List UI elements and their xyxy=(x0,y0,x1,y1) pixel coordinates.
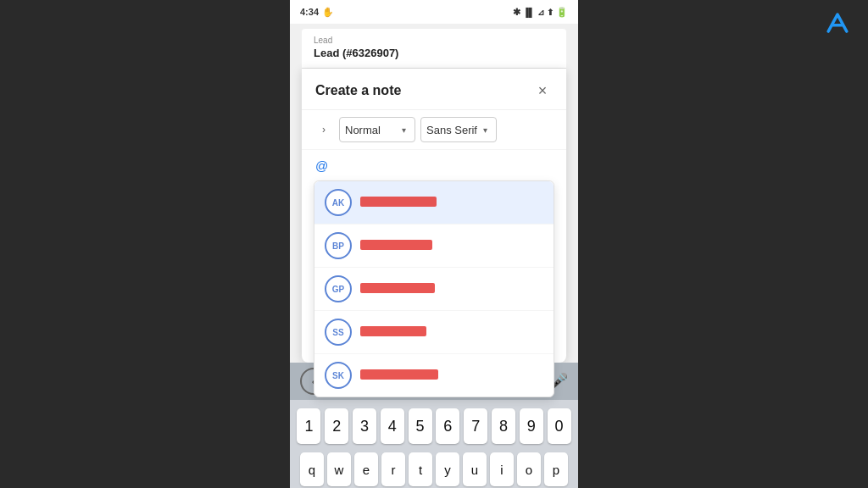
phone-screen: 4:34 ✋ ✱ ▐▌ ⊿ ⬆ 🔋 Lead Lead (#6326907) C… xyxy=(290,0,578,488)
key-r[interactable]: r xyxy=(381,452,405,486)
key-u[interactable]: u xyxy=(463,452,487,486)
key-w[interactable]: w xyxy=(327,452,351,486)
close-button[interactable]: × xyxy=(532,80,553,101)
avatar-gp: GP xyxy=(325,275,352,302)
mention-item[interactable]: GP xyxy=(314,268,554,311)
avatar-ak: AK xyxy=(325,189,352,216)
mention-name-gp xyxy=(360,283,435,296)
keyboard-letters-row: q w e r t y u i o p xyxy=(290,449,578,488)
mention-item[interactable]: SS xyxy=(314,311,554,354)
key-3[interactable]: 3 xyxy=(353,408,376,444)
chevron-right-icon: › xyxy=(322,124,326,136)
bluetooth-icon: ✱ xyxy=(513,7,520,18)
toolbar-expand-button[interactable]: › xyxy=(314,118,334,141)
key-6[interactable]: 6 xyxy=(436,408,459,444)
app-logo xyxy=(822,8,853,42)
formatting-toolbar: › Normal ▾ Sans Serif ▾ xyxy=(302,110,566,150)
status-bar: 4:34 ✋ ✱ ▐▌ ⊿ ⬆ 🔋 xyxy=(290,0,578,24)
key-8[interactable]: 8 xyxy=(492,408,515,444)
lead-header: Lead Lead (#6326907) xyxy=(302,29,566,69)
key-0[interactable]: 0 xyxy=(548,408,571,444)
mention-name-ss xyxy=(360,326,426,339)
lead-label: Lead xyxy=(314,36,554,45)
key-4[interactable]: 4 xyxy=(381,408,404,444)
modal-title: Create a note xyxy=(315,83,401,98)
create-note-modal: Create a note × › Normal ▾ Sans Serif ▾ xyxy=(302,69,566,363)
wifi-icon: ⊿ xyxy=(537,8,544,17)
avatar-ss: SS xyxy=(325,319,352,346)
key-y[interactable]: y xyxy=(436,452,459,486)
at-symbol: @ xyxy=(315,158,328,173)
mention-name-sk xyxy=(360,369,438,382)
key-2[interactable]: 2 xyxy=(325,408,348,444)
key-t[interactable]: t xyxy=(409,452,432,486)
note-input-area[interactable]: @ AK BP xyxy=(302,150,566,311)
hand-icon: ✋ xyxy=(322,7,334,18)
style-select[interactable]: Normal ▾ xyxy=(339,117,415,142)
font-select-value: Sans Serif xyxy=(426,124,477,136)
key-p[interactable]: p xyxy=(544,452,568,486)
screen-background: 4:34 ✋ ✱ ▐▌ ⊿ ⬆ 🔋 Lead Lead (#6326907) C… xyxy=(0,0,868,488)
redacted-name xyxy=(360,369,438,380)
avatar-bp: BP xyxy=(325,232,352,259)
keyboard-number-row: 1 2 3 4 5 6 7 8 9 0 xyxy=(290,400,578,449)
mention-name-ak xyxy=(360,197,437,209)
lead-value: Lead (#6326907) xyxy=(314,47,554,59)
time-display: 4:34 xyxy=(300,7,319,17)
status-time: 4:34 ✋ xyxy=(300,7,334,18)
key-9[interactable]: 9 xyxy=(520,408,543,444)
font-dropdown-arrow: ▾ xyxy=(483,125,487,135)
key-i[interactable]: i xyxy=(490,452,514,486)
style-dropdown-arrow: ▾ xyxy=(402,125,406,135)
key-q[interactable]: q xyxy=(300,452,324,486)
status-icons: ✱ ▐▌ ⊿ ⬆ 🔋 xyxy=(513,7,568,18)
avatar-sk: SK xyxy=(325,362,352,389)
signal-bars-icon: ▐▌ xyxy=(523,8,535,17)
mention-dropdown: AK BP GP xyxy=(314,180,554,397)
key-7[interactable]: 7 xyxy=(464,408,487,444)
key-e[interactable]: e xyxy=(354,452,378,486)
key-1[interactable]: 1 xyxy=(297,408,320,444)
network-icon: ⬆ xyxy=(547,8,554,17)
key-5[interactable]: 5 xyxy=(409,408,432,444)
redacted-name xyxy=(360,240,432,250)
mention-name-bp xyxy=(360,240,432,252)
close-icon: × xyxy=(538,82,548,100)
mention-item[interactable]: AK xyxy=(314,181,554,225)
battery-icon: 🔋 xyxy=(556,7,568,18)
mention-item[interactable]: SK xyxy=(314,354,554,396)
modal-header: Create a note × xyxy=(302,69,566,110)
font-select[interactable]: Sans Serif ▾ xyxy=(420,117,497,142)
redacted-name xyxy=(360,197,437,207)
key-o[interactable]: o xyxy=(517,452,541,486)
style-select-value: Normal xyxy=(345,124,381,136)
redacted-name xyxy=(360,283,435,293)
mention-item[interactable]: BP xyxy=(314,225,554,268)
redacted-name xyxy=(360,326,426,336)
